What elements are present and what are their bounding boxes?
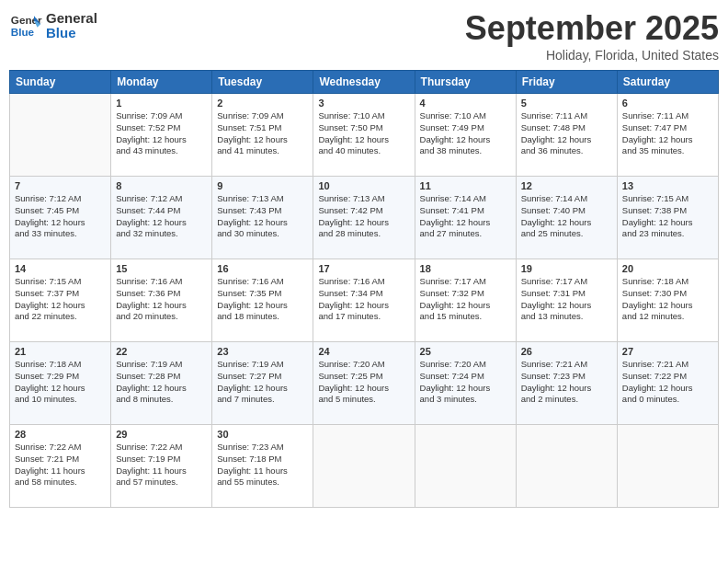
day-number: 15 — [116, 263, 207, 274]
day-info: Sunrise: 7:17 AM Sunset: 7:32 PM Dayligh… — [420, 276, 511, 323]
calendar-cell: 6Sunrise: 7:11 AM Sunset: 7:47 PM Daylig… — [617, 94, 718, 177]
day-info: Sunrise: 7:21 AM Sunset: 7:22 PM Dayligh… — [622, 359, 713, 406]
calendar-cell: 27Sunrise: 7:21 AM Sunset: 7:22 PM Dayli… — [617, 342, 718, 425]
day-number: 12 — [521, 180, 612, 191]
day-number: 27 — [622, 346, 713, 357]
calendar-cell: 17Sunrise: 7:16 AM Sunset: 7:34 PM Dayli… — [313, 259, 415, 342]
day-number: 19 — [521, 263, 612, 274]
day-number: 9 — [217, 180, 308, 191]
calendar-week-row: 1Sunrise: 7:09 AM Sunset: 7:52 PM Daylig… — [10, 94, 719, 177]
calendar-cell: 11Sunrise: 7:14 AM Sunset: 7:41 PM Dayli… — [415, 177, 516, 259]
day-number: 24 — [318, 346, 409, 357]
calendar-cell: 15Sunrise: 7:16 AM Sunset: 7:36 PM Dayli… — [111, 259, 212, 342]
calendar-table: SundayMondayTuesdayWednesdayThursdayFrid… — [9, 70, 719, 508]
day-info: Sunrise: 7:12 AM Sunset: 7:45 PM Dayligh… — [15, 193, 106, 240]
column-header-sunday: Sunday — [10, 71, 111, 94]
calendar-cell: 8Sunrise: 7:12 AM Sunset: 7:44 PM Daylig… — [111, 177, 212, 259]
column-header-thursday: Thursday — [415, 71, 516, 94]
calendar-cell: 29Sunrise: 7:22 AM Sunset: 7:19 PM Dayli… — [111, 425, 212, 508]
day-info: Sunrise: 7:22 AM Sunset: 7:21 PM Dayligh… — [15, 442, 106, 488]
calendar-cell: 2Sunrise: 7:09 AM Sunset: 7:51 PM Daylig… — [212, 94, 313, 177]
logo-general: General — [46, 11, 97, 27]
day-info: Sunrise: 7:16 AM Sunset: 7:34 PM Dayligh… — [318, 276, 409, 323]
day-number: 25 — [420, 346, 511, 357]
day-number: 3 — [318, 98, 409, 109]
day-info: Sunrise: 7:16 AM Sunset: 7:35 PM Dayligh… — [217, 276, 308, 323]
day-number: 18 — [420, 263, 511, 274]
day-number: 20 — [622, 263, 713, 274]
day-info: Sunrise: 7:10 AM Sunset: 7:49 PM Dayligh… — [420, 110, 511, 157]
day-number: 28 — [15, 429, 106, 440]
day-number: 14 — [15, 263, 106, 274]
calendar-cell: 16Sunrise: 7:16 AM Sunset: 7:35 PM Dayli… — [212, 259, 313, 342]
calendar-cell: 7Sunrise: 7:12 AM Sunset: 7:45 PM Daylig… — [10, 177, 111, 259]
calendar-cell: 13Sunrise: 7:15 AM Sunset: 7:38 PM Dayli… — [617, 177, 718, 259]
title-block: September 2025 Holiday, Florida, United … — [465, 9, 719, 63]
day-info: Sunrise: 7:09 AM Sunset: 7:51 PM Dayligh… — [217, 110, 308, 157]
day-number: 29 — [116, 429, 207, 440]
day-number: 26 — [521, 346, 612, 357]
day-number: 7 — [15, 180, 106, 191]
day-number: 22 — [116, 346, 207, 357]
calendar-cell: 24Sunrise: 7:20 AM Sunset: 7:25 PM Dayli… — [313, 342, 415, 425]
calendar-cell: 5Sunrise: 7:11 AM Sunset: 7:48 PM Daylig… — [516, 94, 617, 177]
location-subtitle: Holiday, Florida, United States — [465, 48, 719, 63]
page-header: General Blue General Blue September 2025… — [9, 9, 719, 63]
calendar-cell: 12Sunrise: 7:14 AM Sunset: 7:40 PM Dayli… — [516, 177, 617, 259]
calendar-cell: 23Sunrise: 7:19 AM Sunset: 7:27 PM Dayli… — [212, 342, 313, 425]
calendar-week-row: 28Sunrise: 7:22 AM Sunset: 7:21 PM Dayli… — [10, 425, 719, 508]
day-number: 5 — [521, 98, 612, 109]
calendar-cell: 9Sunrise: 7:13 AM Sunset: 7:43 PM Daylig… — [212, 177, 313, 259]
day-info: Sunrise: 7:09 AM Sunset: 7:52 PM Dayligh… — [116, 110, 207, 157]
logo: General Blue General Blue — [9, 9, 97, 42]
calendar-cell: 26Sunrise: 7:21 AM Sunset: 7:23 PM Dayli… — [516, 342, 617, 425]
day-info: Sunrise: 7:20 AM Sunset: 7:24 PM Dayligh… — [420, 359, 511, 406]
day-info: Sunrise: 7:16 AM Sunset: 7:36 PM Dayligh… — [116, 276, 207, 323]
calendar-cell: 1Sunrise: 7:09 AM Sunset: 7:52 PM Daylig… — [111, 94, 212, 177]
calendar-week-row: 7Sunrise: 7:12 AM Sunset: 7:45 PM Daylig… — [10, 177, 719, 259]
day-info: Sunrise: 7:17 AM Sunset: 7:31 PM Dayligh… — [521, 276, 612, 323]
day-info: Sunrise: 7:22 AM Sunset: 7:19 PM Dayligh… — [116, 442, 207, 488]
day-info: Sunrise: 7:18 AM Sunset: 7:29 PM Dayligh… — [15, 359, 106, 406]
day-info: Sunrise: 7:20 AM Sunset: 7:25 PM Dayligh… — [318, 359, 409, 406]
column-header-monday: Monday — [111, 71, 212, 94]
day-info: Sunrise: 7:15 AM Sunset: 7:37 PM Dayligh… — [15, 276, 106, 323]
calendar-cell — [415, 425, 516, 508]
day-info: Sunrise: 7:11 AM Sunset: 7:47 PM Dayligh… — [622, 110, 713, 157]
calendar-week-row: 14Sunrise: 7:15 AM Sunset: 7:37 PM Dayli… — [10, 259, 719, 342]
day-info: Sunrise: 7:13 AM Sunset: 7:42 PM Dayligh… — [318, 193, 409, 240]
calendar-cell: 14Sunrise: 7:15 AM Sunset: 7:37 PM Dayli… — [10, 259, 111, 342]
day-number: 11 — [420, 180, 511, 191]
logo-blue: Blue — [46, 26, 97, 41]
month-title: September 2025 — [465, 9, 719, 48]
day-info: Sunrise: 7:10 AM Sunset: 7:50 PM Dayligh… — [318, 110, 409, 157]
calendar-cell: 30Sunrise: 7:23 AM Sunset: 7:18 PM Dayli… — [212, 425, 313, 508]
day-number: 6 — [622, 98, 713, 109]
day-info: Sunrise: 7:21 AM Sunset: 7:23 PM Dayligh… — [521, 359, 612, 406]
day-info: Sunrise: 7:13 AM Sunset: 7:43 PM Dayligh… — [217, 193, 308, 240]
day-number: 13 — [622, 180, 713, 191]
day-info: Sunrise: 7:14 AM Sunset: 7:40 PM Dayligh… — [521, 193, 612, 240]
day-number: 8 — [116, 180, 207, 191]
calendar-week-row: 21Sunrise: 7:18 AM Sunset: 7:29 PM Dayli… — [10, 342, 719, 425]
calendar-cell: 4Sunrise: 7:10 AM Sunset: 7:49 PM Daylig… — [415, 94, 516, 177]
day-info: Sunrise: 7:11 AM Sunset: 7:48 PM Dayligh… — [521, 110, 612, 157]
logo-icon: General Blue — [9, 9, 42, 42]
day-info: Sunrise: 7:19 AM Sunset: 7:27 PM Dayligh… — [217, 359, 308, 406]
calendar-body: 1Sunrise: 7:09 AM Sunset: 7:52 PM Daylig… — [10, 94, 719, 508]
day-number: 2 — [217, 98, 308, 109]
column-header-saturday: Saturday — [617, 71, 718, 94]
day-info: Sunrise: 7:18 AM Sunset: 7:30 PM Dayligh… — [622, 276, 713, 323]
svg-text:Blue: Blue — [11, 26, 35, 38]
calendar-cell — [516, 425, 617, 508]
day-number: 10 — [318, 180, 409, 191]
calendar-cell: 19Sunrise: 7:17 AM Sunset: 7:31 PM Dayli… — [516, 259, 617, 342]
day-info: Sunrise: 7:12 AM Sunset: 7:44 PM Dayligh… — [116, 193, 207, 240]
calendar-cell: 22Sunrise: 7:19 AM Sunset: 7:28 PM Dayli… — [111, 342, 212, 425]
day-number: 1 — [116, 98, 207, 109]
day-number: 23 — [217, 346, 308, 357]
calendar-cell — [617, 425, 718, 508]
day-number: 17 — [318, 263, 409, 274]
day-number: 30 — [217, 429, 308, 440]
calendar-cell: 10Sunrise: 7:13 AM Sunset: 7:42 PM Dayli… — [313, 177, 415, 259]
